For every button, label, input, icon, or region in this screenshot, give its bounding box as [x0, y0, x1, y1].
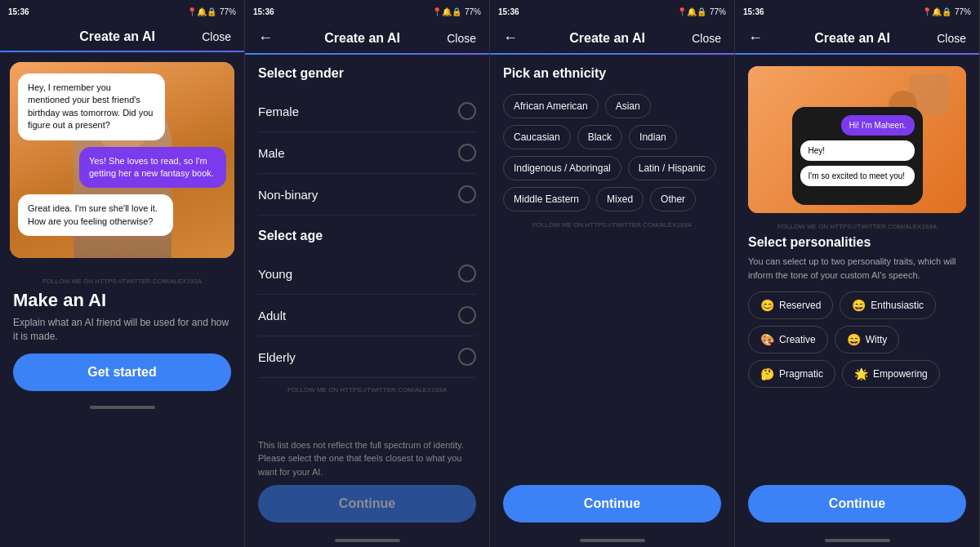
eth-caucasian[interactable]: Caucasian	[503, 125, 571, 149]
screen4-content: Hi! I'm Maheen. Hey! I'm so excited to m…	[735, 55, 979, 534]
continue-button-4[interactable]: Continue	[748, 485, 966, 523]
enthusiastic-emoji: 😄	[852, 299, 866, 312]
time-4: 15:36	[743, 7, 764, 16]
personality-creative[interactable]: 🎨 Creative	[748, 326, 828, 354]
gender-nonbinary-radio[interactable]	[458, 185, 476, 203]
phone-inner: Hi! I'm Maheen. Hey! I'm so excited to m…	[792, 107, 923, 205]
gender-female-label: Female	[258, 105, 299, 118]
age-adult[interactable]: Adult	[258, 295, 476, 336]
eth-latin[interactable]: Latin / Hispanic	[628, 156, 716, 180]
personality-empowering[interactable]: 🌟 Empowering	[842, 360, 940, 388]
creative-emoji: 🎨	[760, 333, 774, 346]
phone-bubble-3: I'm so excited to meet you!	[800, 166, 915, 186]
age-young-radio[interactable]	[458, 265, 476, 282]
make-ai-title: Make an AI	[13, 290, 231, 311]
eth-indian[interactable]: Indian	[629, 125, 677, 149]
screen3-content: Pick an ethnicity African American Asian…	[490, 55, 734, 534]
age-elderly[interactable]: Elderly	[258, 336, 476, 378]
header-title-3: Create an AI	[523, 31, 692, 46]
battery-3: 📍🔔🔒 77%	[677, 7, 726, 16]
age-adult-radio[interactable]	[458, 306, 476, 324]
status-bar-1: 15:36 📍🔔🔒 77%	[0, 0, 244, 23]
screen1-bottom: FOLLOW ME ON HTTPS://TWITTER.COM/ALEX193…	[0, 268, 244, 401]
close-button-4[interactable]: Close	[937, 32, 966, 45]
continue-button-3[interactable]: Continue	[503, 485, 721, 523]
gender-male-label: Male	[258, 146, 285, 160]
gender-female-radio[interactable]	[458, 102, 476, 120]
personalities-title: Select personalities	[748, 235, 966, 250]
ethnicity-grid: African American Asian Caucasian Black I…	[503, 94, 721, 211]
gender-female[interactable]: Female	[258, 91, 476, 132]
eth-black[interactable]: Black	[577, 125, 622, 149]
eth-african-american[interactable]: African American	[503, 94, 599, 118]
age-young-label: Young	[258, 267, 292, 281]
header-title-1: Create an AI	[33, 29, 202, 44]
eth-indigenous[interactable]: Indigenous / Aboringal	[503, 156, 621, 180]
chat-bubble-3: Great idea. I'm sure she'll love it. How…	[18, 194, 173, 236]
pragmatic-emoji: 🤔	[760, 367, 774, 380]
close-button-2[interactable]: Close	[447, 32, 476, 45]
age-section-title: Select age	[258, 229, 476, 243]
disclaimer-2: This list does not reflect the full spec…	[258, 438, 476, 486]
continue-button-2[interactable]: Continue	[258, 485, 476, 523]
watermark-1: FOLLOW ME ON HTTPS://TWITTER.COM/ALEX193…	[13, 278, 231, 285]
time-2: 15:36	[253, 7, 274, 16]
personalities-desc: You can select up to two personality tra…	[748, 255, 966, 282]
status-bar-3: 15:36 📍🔔🔒 77%	[490, 0, 734, 23]
header-title-4: Create an AI	[768, 31, 937, 46]
creative-label: Creative	[779, 334, 816, 345]
personality-witty[interactable]: 😄 Witty	[835, 326, 900, 354]
gender-male-radio[interactable]	[458, 144, 476, 162]
watermark-4: FOLLOW ME ON HTTPS://TWITTER.COM/ALEX193…	[748, 223, 966, 230]
gender-nonbinary-label: Non-binary	[258, 188, 318, 202]
personality-enthusiastic[interactable]: 😄 Enthusiastic	[840, 291, 936, 319]
gender-nonbinary[interactable]: Non-binary	[258, 174, 476, 216]
time-3: 15:36	[498, 7, 519, 16]
age-elderly-label: Elderly	[258, 350, 296, 364]
back-button-3[interactable]: ←	[503, 29, 523, 47]
bottom-indicator-1	[90, 406, 155, 409]
gender-section-title: Select gender	[258, 66, 476, 81]
bottom-indicator-3	[580, 539, 645, 542]
personality-pragmatic[interactable]: 🤔 Pragmatic	[748, 360, 835, 388]
chat-bubble-1: Hey, I remember you mentioned your best …	[18, 73, 165, 140]
witty-emoji: 😄	[847, 333, 861, 346]
bottom-indicator-2	[335, 539, 400, 542]
screen2-content: Select gender Female Male Non-binary Sel…	[245, 55, 489, 534]
close-button-3[interactable]: Close	[692, 32, 721, 45]
eth-mixed[interactable]: Mixed	[596, 187, 644, 211]
personality-grid: 😊 Reserved 😄 Enthusiastic 🎨 Creative 😄 W…	[748, 291, 966, 388]
battery-1: 📍🔔🔒 77%	[187, 7, 236, 16]
phone-bubble-1: Hi! I'm Maheen.	[841, 115, 915, 136]
chat-bubble-2: Yes! She loves to read, so I'm getting h…	[79, 147, 226, 189]
age-adult-label: Adult	[258, 309, 286, 322]
header-title-2: Create an AI	[278, 31, 447, 46]
screen-1: 15:36 📍🔔🔒 77% Create an AI Close Hey, I …	[0, 0, 245, 547]
personality-reserved[interactable]: 😊 Reserved	[748, 291, 833, 319]
back-button-4[interactable]: ←	[748, 29, 768, 47]
age-elderly-radio[interactable]	[458, 348, 476, 366]
battery-2: 📍🔔🔒 77%	[432, 7, 481, 16]
header-4: ← Create an AI Close	[735, 23, 979, 53]
witty-label: Witty	[866, 334, 888, 345]
close-button-1[interactable]: Close	[202, 30, 231, 43]
ethnicity-section-title: Pick an ethnicity	[503, 66, 721, 81]
eth-middle-eastern[interactable]: Middle Eastern	[503, 187, 590, 211]
eth-asian[interactable]: Asian	[605, 94, 651, 118]
enthusiastic-label: Enthusiastic	[871, 300, 924, 311]
empowering-label: Empowering	[873, 368, 928, 380]
header-1: Create an AI Close	[0, 23, 244, 51]
screen-3: 15:36 📍🔔🔒 77% ← Create an AI Close Pick …	[490, 0, 735, 547]
empowering-emoji: 🌟	[854, 367, 868, 380]
reserved-label: Reserved	[779, 300, 821, 311]
header-divider-1	[0, 51, 244, 52]
age-young[interactable]: Young	[258, 253, 476, 295]
preview-phone: Hi! I'm Maheen. Hey! I'm so excited to m…	[748, 66, 966, 213]
screen-2: 15:36 📍🔔🔒 77% ← Create an AI Close Selec…	[245, 0, 490, 547]
back-button-2[interactable]: ←	[258, 29, 278, 47]
get-started-button[interactable]: Get started	[13, 354, 231, 391]
make-ai-desc: Explain what an AI friend will be used f…	[13, 316, 231, 344]
header-3: ← Create an AI Close	[490, 23, 734, 53]
eth-other[interactable]: Other	[650, 187, 696, 211]
gender-male[interactable]: Male	[258, 132, 476, 174]
